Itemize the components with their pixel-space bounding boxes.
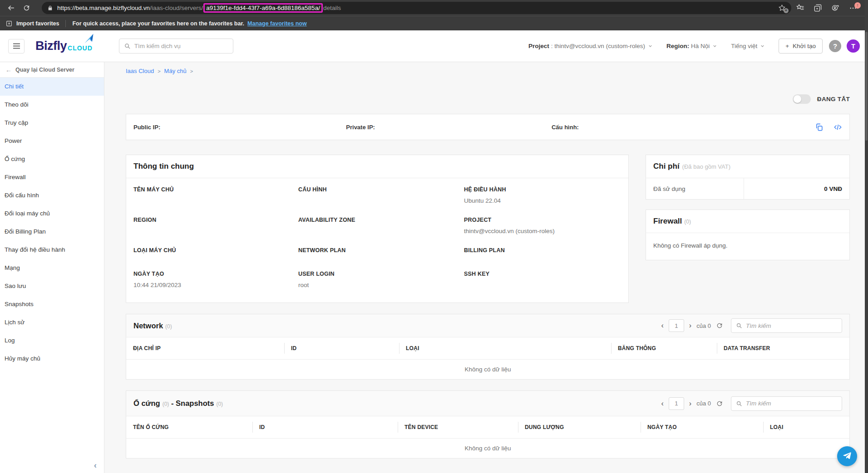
info-row: NGÀY TẠO10:44 21/09/2023 USER LOGINroot … (133, 271, 621, 288)
breadcrumb-iaas-cloud[interactable]: Iaas Cloud (126, 68, 154, 74)
scrollbar[interactable] (865, 0, 868, 473)
region-selector[interactable]: Region: Hà Nội (666, 43, 717, 49)
lock-icon[interactable] (47, 5, 53, 11)
code-icon[interactable] (833, 123, 842, 132)
network-search-input[interactable] (746, 322, 837, 329)
breadcrumb-may-chu[interactable]: Máy chủ (164, 68, 187, 74)
browser-refresh-icon[interactable] (20, 2, 33, 15)
prev-page-icon[interactable]: ‹ (661, 322, 664, 329)
next-page-icon[interactable]: › (689, 400, 691, 407)
favorites-bar: Import favorites For quick access, place… (0, 16, 868, 30)
volumes-search[interactable] (731, 396, 842, 411)
service-search-input[interactable] (134, 43, 228, 49)
ip-bar-actions (815, 123, 842, 132)
network-section: Network(0) ‹ › của 0 (126, 314, 850, 380)
info-row: REGION AVAILABILITY ZONE PROJECTthintv@v… (133, 217, 621, 234)
sidebar: ← Quay lại Cloud Server Chi tiết Theo dõ… (0, 62, 104, 473)
sidebar-item-o-cung[interactable]: Ổ cứng (0, 150, 104, 168)
breadcrumb-separator: > (158, 68, 160, 74)
telegram-button[interactable] (837, 446, 857, 466)
sidebar-item-chi-tiet[interactable]: Chi tiết (0, 78, 104, 96)
sidebar-item-thay-doi-he-dieu-hanh[interactable]: Thay đổi hệ điều hành (0, 241, 104, 259)
power-toggle-knob (794, 95, 801, 103)
volumes-subtitle: - Snapshots (171, 399, 214, 407)
sidebar-item-snapshots[interactable]: Snapshots (0, 295, 104, 313)
browser-update-badge: ↑ (854, 2, 861, 9)
sidebar-item-mang[interactable]: Mạng (0, 259, 104, 277)
sidebar-collapse-icon[interactable]: ‹ (94, 460, 97, 470)
sidebar-item-power[interactable]: Power (0, 132, 104, 150)
volumes-empty-state: Không có dữ liệu (126, 439, 849, 458)
sidebar-item-huy-may-chu[interactable]: Hủy máy chủ (0, 350, 104, 368)
network-page-input[interactable] (669, 319, 684, 332)
volumes-search-input[interactable] (746, 400, 837, 407)
sidebar-item-firewall[interactable]: Firewall (0, 168, 104, 186)
bizfly-cloud-logo[interactable]: Bizfly CLOUD (35, 39, 93, 53)
field-ngay-tao: NGÀY TẠO10:44 21/09/2023 (133, 271, 298, 288)
scrollbar-thumb[interactable] (865, 32, 868, 141)
hamburger-menu-button[interactable] (8, 39, 25, 54)
import-favorites-button[interactable]: Import favorites (16, 20, 59, 27)
search-icon (736, 322, 742, 329)
column-dung-luong: DUNG LƯỢNG (518, 416, 641, 438)
field-ten-may-chu: TÊN MÁY CHỦ (133, 186, 298, 204)
sidebar-item-sao-luu[interactable]: Sao lưu (0, 277, 104, 295)
sidebar-item-doi-loai-may-chu[interactable]: Đổi loại máy chủ (0, 205, 104, 223)
network-title-group: Network(0) (133, 322, 172, 330)
service-search[interactable] (119, 39, 233, 54)
sidebar-item-lich-su[interactable]: Lịch sử (0, 313, 104, 332)
url-suffix: details (323, 5, 341, 11)
browser-settings-icon[interactable]: ↑ (849, 4, 857, 12)
column-ten-device: TÊN DEVICE (398, 416, 518, 438)
sidebar-item-doi-billing-plan[interactable]: Đổi Billing Plan (0, 223, 104, 241)
volumes-title-group: Ổ cứng(0) - Snapshots(0) (133, 399, 223, 408)
cost-used-label: Đã sử dụng (646, 178, 744, 199)
volumes-page-input[interactable] (669, 397, 684, 410)
collections-icon[interactable] (814, 4, 822, 12)
power-toggle[interactable] (793, 94, 811, 104)
public-ip-label: Public IP: (133, 124, 346, 131)
config-label: Cấu hình: (552, 124, 815, 131)
help-button[interactable]: ? (829, 40, 841, 52)
manage-favorites-link[interactable]: Manage favorites now (247, 20, 307, 27)
refresh-icon[interactable] (716, 400, 723, 407)
sidebar-item-doi-cau-hinh[interactable]: Đổi cấu hình (0, 186, 104, 205)
field-region: REGION (133, 217, 298, 234)
field-availability-zone: AVAILABILITY ZONE (298, 217, 464, 234)
cost-used-value: 0 VNĐ (744, 178, 849, 199)
refresh-icon[interactable] (716, 322, 723, 329)
sidebar-back-link[interactable]: ← Quay lại Cloud Server (0, 62, 104, 78)
next-page-icon[interactable]: › (689, 322, 691, 329)
sidebar-item-theo-doi[interactable]: Theo dõi (0, 96, 104, 114)
info-row: TÊN MÁY CHỦ CẤU HÌNH HỆ ĐIỀU HÀNHUbuntu … (133, 186, 621, 204)
ip-summary-bar: Public IP: Private IP: Cấu hình: (126, 114, 850, 140)
network-section-head: Network(0) ‹ › của 0 (126, 314, 849, 337)
field-cau-hinh: CẤU HÌNH (298, 186, 464, 204)
sidebar-item-log[interactable]: Log (0, 332, 104, 350)
column-loai: LOẠI (763, 416, 849, 438)
favorites-divider (65, 20, 66, 27)
network-search[interactable] (731, 318, 842, 333)
address-bar[interactable]: https://beta.manage.bizflycloud.vn/iaas-… (42, 2, 791, 14)
favorites-hint-text: For quick access, place your favorites h… (72, 20, 244, 27)
copy-icon[interactable] (815, 123, 824, 132)
project-selector[interactable]: Project : thintv@vccloud.vn (custom-role… (528, 43, 653, 49)
create-server-button[interactable]: + Khởi tạo (779, 39, 823, 54)
app-header: Bizfly CLOUD Project : thintv@vccloud.vn… (0, 30, 868, 62)
add-favorite-icon[interactable]: + (778, 4, 786, 12)
favorites-list-icon[interactable] (796, 4, 804, 12)
volumes-page-of: của 0 (696, 400, 711, 407)
field-network-plan: NETWORK PLAN (298, 247, 464, 258)
browser-profile-icon[interactable] (831, 4, 840, 12)
chevron-down-icon (760, 44, 765, 49)
language-selector[interactable]: Tiếng việt (731, 43, 765, 49)
cost-row: Đã sử dụng 0 VNĐ (646, 178, 849, 199)
sidebar-item-truy-cap[interactable]: Truy cập (0, 114, 104, 132)
prev-page-icon[interactable]: ‹ (661, 400, 664, 407)
field-project: PROJECTthintv@vccloud.vn (custom-roles) (464, 217, 621, 234)
browser-back-icon[interactable] (5, 2, 17, 15)
cost-card: Chi phí(Đã bao gồm VAT) Đã sử dụng 0 VNĐ (646, 155, 850, 200)
avatar[interactable]: T (847, 39, 860, 53)
browser-toolbar: https://beta.manage.bizflycloud.vn/iaas-… (0, 0, 868, 16)
search-icon (736, 400, 742, 407)
